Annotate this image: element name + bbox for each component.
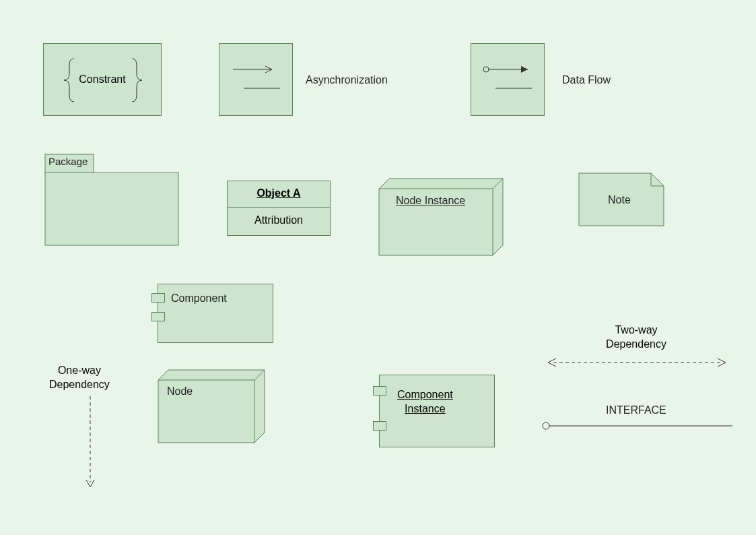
two-way-arrow-icon	[547, 356, 728, 369]
svg-point-2	[483, 67, 489, 72]
one-way-label-l1: One-way	[49, 364, 110, 378]
constraint-label: Constrant	[79, 73, 125, 86]
async-label: Asynchronization	[306, 74, 388, 86]
component-label: Component	[171, 292, 227, 305]
package-label: Package	[48, 156, 88, 167]
one-way-label: One-way Dependency	[49, 364, 110, 392]
svg-point-14	[543, 422, 549, 429]
interface-icon	[541, 419, 736, 433]
dataflow-arrow-icon	[471, 44, 545, 117]
two-way-label-l2: Dependency	[586, 338, 687, 352]
node-label: Node	[167, 385, 193, 398]
node-instance-shape	[378, 178, 504, 256]
svg-marker-7	[379, 179, 503, 255]
dataflow-label: Data Flow	[562, 74, 611, 86]
node-shape	[158, 369, 265, 443]
note-label: Note	[608, 194, 631, 206]
dataflow-shape	[471, 43, 545, 116]
async-shape	[219, 43, 293, 116]
component-instance-label: Component Instance	[397, 388, 453, 416]
component-instance-l2: Instance	[397, 402, 453, 416]
object-attr: Attribution	[254, 208, 303, 226]
one-way-label-l2: Dependency	[49, 378, 110, 392]
svg-marker-11	[158, 370, 265, 443]
object-title: Object A	[256, 181, 300, 199]
constraint-shape: Constrant	[43, 43, 162, 116]
interface-label: INTERFACE	[606, 404, 666, 416]
component-instance-l1: Component	[397, 388, 453, 402]
two-way-label-l1: Two-way	[586, 323, 687, 338]
async-arrow-icon	[219, 44, 294, 117]
node-instance-label: Node Instance	[396, 195, 465, 207]
svg-rect-6	[45, 172, 178, 245]
object-shape: Object A Attribution	[227, 181, 331, 236]
two-way-label: Two-way Dependency	[586, 323, 687, 352]
one-way-arrow-icon	[83, 396, 97, 491]
package-shape	[44, 154, 179, 248]
